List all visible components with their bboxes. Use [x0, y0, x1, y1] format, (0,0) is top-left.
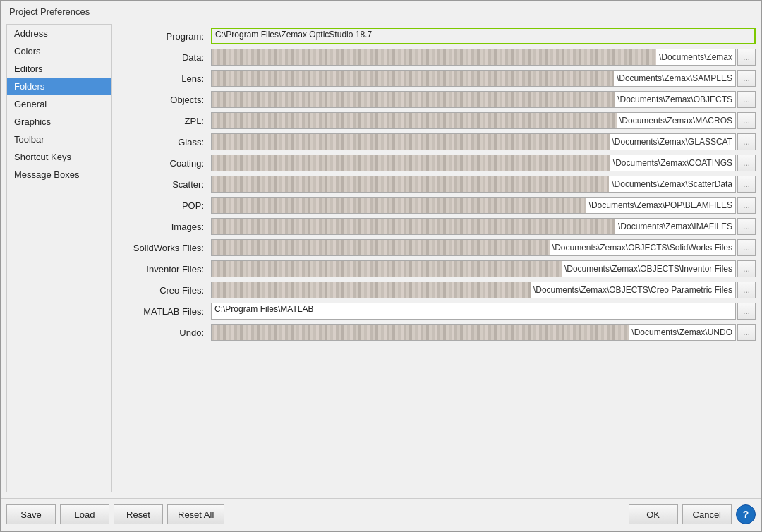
- field-label-images: Images:: [119, 222, 211, 232]
- field-row-glass: Glass:\Documents\Zemax\GLASSCAT...: [119, 133, 756, 151]
- project-preferences-dialog: Project Preferences AddressColorsEditors…: [0, 0, 762, 532]
- field-row-undo: Undo:\Documents\Zemax\UNDO...: [119, 323, 756, 341]
- field-input-data[interactable]: \Documents\Zemax: [211, 49, 736, 66]
- fields-area: Program:C:\Program Files\Zemax OpticStud…: [119, 24, 756, 492]
- field-input-images[interactable]: \Documents\Zemax\IMAFILES: [211, 218, 736, 235]
- field-input-wrap-objects: \Documents\Zemax\OBJECTS...: [211, 91, 756, 108]
- main-content: Program:C:\Program Files\Zemax OpticStud…: [119, 24, 756, 492]
- sidebar: AddressColorsEditorsFoldersGeneralGraphi…: [6, 24, 112, 492]
- field-input-wrap-solidworks: \Documents\Zemax\OBJECTS\SolidWorks File…: [211, 239, 756, 256]
- field-label-undo: Undo:: [119, 327, 211, 338]
- field-label-zpl: ZPL:: [119, 116, 211, 126]
- field-input-wrap-images: \Documents\Zemax\IMAFILES...: [211, 218, 756, 235]
- field-row-pop: POP:\Documents\Zemax\POP\BEAMFILES...: [119, 196, 756, 214]
- sidebar-item-colors[interactable]: Colors: [7, 42, 111, 60]
- browse-btn-images[interactable]: ...: [737, 218, 756, 235]
- dialog-body: AddressColorsEditorsFoldersGeneralGraphi…: [1, 20, 761, 498]
- field-label-scatter: Scatter:: [119, 179, 211, 190]
- footer-left: Save Load Reset Reset All: [6, 504, 629, 524]
- field-input-zpl[interactable]: \Documents\Zemax\MACROS: [211, 112, 736, 129]
- reset-button[interactable]: Reset: [114, 504, 163, 524]
- field-input-wrap-zpl: \Documents\Zemax\MACROS...: [211, 112, 756, 129]
- field-input-wrap-undo: \Documents\Zemax\UNDO...: [211, 324, 756, 341]
- field-row-lens: Lens:\Documents\Zemax\SAMPLES...: [119, 69, 756, 87]
- field-row-matlab: MATLAB Files:C:\Program Files\MATLAB...: [119, 302, 756, 320]
- browse-btn-inventor[interactable]: ...: [737, 260, 756, 277]
- field-input-wrap-matlab: C:\Program Files\MATLAB...: [211, 303, 756, 320]
- field-input-wrap-coating: \Documents\Zemax\COATINGS...: [211, 155, 756, 171]
- field-input-coating[interactable]: \Documents\Zemax\COATINGS: [211, 155, 736, 171]
- field-input-wrap-scatter: \Documents\Zemax\ScatterData...: [211, 176, 756, 193]
- save-button[interactable]: Save: [6, 504, 56, 524]
- field-input-wrap-glass: \Documents\Zemax\GLASSCAT...: [211, 133, 756, 150]
- field-label-pop: POP:: [119, 200, 211, 211]
- browse-btn-data[interactable]: ...: [737, 49, 756, 66]
- field-label-objects: Objects:: [119, 95, 211, 105]
- field-row-data: Data:\Documents\Zemax...: [119, 48, 756, 66]
- reset-all-button[interactable]: Reset All: [167, 504, 224, 524]
- field-label-glass: Glass:: [119, 137, 211, 147]
- field-input-wrap-program: C:\Program Files\Zemax OpticStudio 18.7: [211, 28, 756, 44]
- field-input-lens[interactable]: \Documents\Zemax\SAMPLES: [211, 70, 736, 87]
- browse-btn-zpl[interactable]: ...: [737, 112, 756, 129]
- browse-btn-creo[interactable]: ...: [737, 282, 756, 298]
- field-input-wrap-pop: \Documents\Zemax\POP\BEAMFILES...: [211, 197, 756, 214]
- browse-btn-pop[interactable]: ...: [737, 197, 756, 214]
- field-row-objects: Objects:\Documents\Zemax\OBJECTS...: [119, 90, 756, 109]
- field-row-zpl: ZPL:\Documents\Zemax\MACROS...: [119, 111, 756, 130]
- field-input-wrap-lens: \Documents\Zemax\SAMPLES...: [211, 70, 756, 87]
- field-input-wrap-data: \Documents\Zemax...: [211, 49, 756, 66]
- sidebar-item-message-boxes[interactable]: Message Boxes: [7, 166, 111, 183]
- dialog-title: Project Preferences: [1, 1, 761, 20]
- field-input-inventor[interactable]: \Documents\Zemax\OBJECTS\Inventor Files: [211, 260, 736, 277]
- browse-btn-lens[interactable]: ...: [737, 70, 756, 87]
- field-label-creo: Creo Files:: [119, 285, 211, 296]
- ok-button[interactable]: OK: [629, 504, 678, 524]
- field-input-glass[interactable]: \Documents\Zemax\GLASSCAT: [211, 133, 736, 150]
- field-label-inventor: Inventor Files:: [119, 264, 211, 274]
- sidebar-item-address[interactable]: Address: [7, 25, 111, 42]
- sidebar-item-graphics[interactable]: Graphics: [7, 113, 111, 131]
- field-input-wrap-inventor: \Documents\Zemax\OBJECTS\Inventor Files.…: [211, 260, 756, 277]
- sidebar-item-shortcut-keys[interactable]: Shortcut Keys: [7, 148, 111, 166]
- field-input-creo[interactable]: \Documents\Zemax\OBJECTS\Creo Parametric…: [211, 282, 736, 298]
- field-row-program: Program:C:\Program Files\Zemax OpticStud…: [119, 27, 756, 45]
- sidebar-item-toolbar[interactable]: Toolbar: [7, 131, 111, 148]
- browse-btn-objects[interactable]: ...: [737, 91, 756, 108]
- field-label-program: Program:: [119, 31, 211, 42]
- sidebar-item-general[interactable]: General: [7, 95, 111, 113]
- sidebar-item-folders[interactable]: Folders: [7, 78, 111, 95]
- field-row-coating: Coating:\Documents\Zemax\COATINGS...: [119, 154, 756, 172]
- field-input-pop[interactable]: \Documents\Zemax\POP\BEAMFILES: [211, 197, 736, 214]
- field-row-inventor: Inventor Files:\Documents\Zemax\OBJECTS\…: [119, 260, 756, 278]
- dialog-footer: Save Load Reset Reset All OK Cancel ?: [1, 498, 761, 531]
- cancel-button[interactable]: Cancel: [682, 504, 732, 524]
- field-label-lens: Lens:: [119, 73, 211, 84]
- field-label-data: Data:: [119, 52, 211, 63]
- browse-btn-solidworks[interactable]: ...: [737, 239, 756, 256]
- browse-btn-matlab[interactable]: ...: [737, 303, 756, 320]
- sidebar-item-editors[interactable]: Editors: [7, 60, 111, 78]
- field-label-solidworks: SolidWorks Files:: [119, 243, 211, 253]
- field-input-solidworks[interactable]: \Documents\Zemax\OBJECTS\SolidWorks File…: [211, 239, 736, 256]
- footer-right: OK Cancel ?: [629, 504, 756, 524]
- help-button[interactable]: ?: [736, 504, 756, 524]
- field-input-undo[interactable]: \Documents\Zemax\UNDO: [211, 324, 736, 341]
- field-input-objects[interactable]: \Documents\Zemax\OBJECTS: [211, 91, 736, 108]
- field-row-images: Images:\Documents\Zemax\IMAFILES...: [119, 217, 756, 236]
- field-input-scatter[interactable]: \Documents\Zemax\ScatterData: [211, 176, 736, 193]
- field-input-matlab[interactable]: C:\Program Files\MATLAB: [211, 303, 736, 320]
- browse-btn-scatter[interactable]: ...: [737, 176, 756, 193]
- field-row-solidworks: SolidWorks Files:\Documents\Zemax\OBJECT…: [119, 238, 756, 257]
- browse-btn-coating[interactable]: ...: [737, 155, 756, 171]
- field-row-scatter: Scatter:\Documents\Zemax\ScatterData...: [119, 175, 756, 193]
- field-input-program[interactable]: C:\Program Files\Zemax OpticStudio 18.7: [211, 28, 756, 44]
- load-button[interactable]: Load: [60, 504, 109, 524]
- field-row-creo: Creo Files:\Documents\Zemax\OBJECTS\Creo…: [119, 281, 756, 299]
- browse-btn-glass[interactable]: ...: [737, 133, 756, 150]
- browse-btn-undo[interactable]: ...: [737, 324, 756, 341]
- field-input-wrap-creo: \Documents\Zemax\OBJECTS\Creo Parametric…: [211, 282, 756, 298]
- field-label-coating: Coating:: [119, 158, 211, 169]
- field-label-matlab: MATLAB Files:: [119, 306, 211, 317]
